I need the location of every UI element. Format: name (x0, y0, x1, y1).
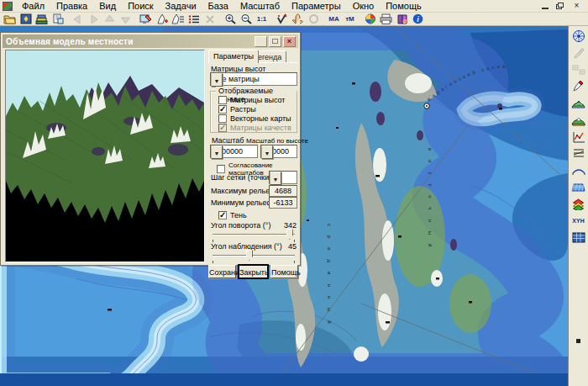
select-objects-icon[interactable] (274, 13, 290, 25)
map-label-ridge-mid: срединный (327, 224, 332, 333)
help-book-icon[interactable]: @ (394, 13, 410, 25)
dialog-minimize-icon[interactable] (255, 36, 267, 47)
pan-icon[interactable] (290, 13, 306, 25)
route-profile-icon[interactable] (570, 145, 587, 161)
run-add-icon[interactable] (154, 13, 170, 25)
down-icon (118, 13, 134, 25)
dialog-titlebar[interactable]: Объемная модель местности × (3, 34, 298, 48)
help-button[interactable]: Помощь (270, 265, 298, 278)
grid-step-label: Шаг сетки (точки) (211, 173, 271, 182)
about-icon[interactable]: i (410, 13, 426, 25)
save-button[interactable]: Сохранить (208, 265, 236, 278)
matrix-icon[interactable] (570, 230, 587, 246)
checkbox-rasters[interactable]: Растры (218, 105, 256, 114)
vscale-label: Масштаб по высоте (246, 137, 308, 145)
relief-min-field: -6133 (269, 197, 297, 209)
terrain-model-a-icon[interactable] (570, 95, 587, 111)
panel-grip[interactable] (576, 339, 580, 343)
zoom-out-icon[interactable] (238, 13, 254, 25)
slider-thumb[interactable] (246, 250, 253, 261)
menu-window[interactable]: Окно (347, 0, 381, 12)
rotate-angle-slider[interactable] (211, 229, 297, 241)
menu-view[interactable]: Вид (93, 0, 122, 12)
menu-search[interactable]: Поиск (122, 0, 159, 12)
scale-combobox[interactable]: 5000000▼ (210, 145, 258, 158)
dialog-close-icon[interactable]: × (283, 36, 296, 47)
chevron-down-icon[interactable]: ▼ (270, 172, 281, 185)
viewpoint-icon[interactable] (570, 28, 587, 44)
application-window: Файл Правка Вид Поиск Задачи База Масшта… (0, 0, 588, 386)
object-list-icon[interactable] (186, 13, 202, 25)
terrain-toolbar: XYH (568, 26, 588, 386)
menu-file[interactable]: Файл (16, 0, 50, 12)
chevron-down-icon[interactable]: ▼ (211, 145, 223, 159)
scale-label: Масштаб (212, 136, 244, 145)
up-icon (102, 13, 118, 25)
find-by-name-icon[interactable]: МА (326, 13, 342, 25)
profile-pen-icon[interactable] (570, 78, 587, 94)
vscale-combobox[interactable]: 200000▼ (260, 145, 297, 158)
dialog-title: Объемная модель местности (3, 37, 134, 46)
terrain-model-b-icon[interactable] (570, 112, 587, 128)
close-button[interactable]: Закрыть (239, 265, 268, 278)
terrain-3d-preview[interactable] (5, 50, 205, 262)
layers-3d-icon[interactable] (570, 196, 587, 212)
grid-step-combobox[interactable]: 20▼ (269, 171, 297, 184)
restore-icon[interactable] (556, 3, 564, 10)
open-site-icon[interactable] (18, 13, 34, 25)
relief-max-field: 4688 (269, 185, 297, 197)
coordinates-xyh-icon[interactable]: XYH (570, 213, 587, 229)
zoom-in-icon[interactable] (222, 13, 238, 25)
checkbox-quality-matrices: Матрицы качеств (218, 124, 291, 132)
refresh-icon (306, 13, 322, 25)
menu-tasks[interactable]: Задачи (160, 0, 202, 12)
app-icon (3, 2, 13, 11)
map-label-ridge-east: восточный (428, 148, 433, 256)
checkbox-height-matrices[interactable]: Матрицы высот (218, 96, 285, 104)
grid-pair-icon (570, 61, 587, 77)
tab-parameters[interactable]: Параметры (208, 50, 259, 63)
close-icon[interactable]: × (571, 2, 582, 11)
documents-icon[interactable] (50, 13, 66, 25)
checkbox-shadow[interactable]: Тень (218, 211, 247, 219)
menu-parameters[interactable]: Параметры (286, 0, 347, 12)
palette-icon[interactable] (362, 13, 378, 25)
menu-help[interactable]: Помощь (380, 0, 428, 12)
mdi-window-controls: × (542, 2, 588, 11)
dig-icon (570, 45, 587, 61)
chevron-down-icon[interactable]: ▼ (211, 73, 223, 87)
dialog-maximize-icon[interactable] (269, 36, 281, 47)
elevation-chart-icon[interactable] (570, 129, 587, 145)
minimize-icon[interactable] (542, 3, 549, 9)
print-icon[interactable] (378, 13, 394, 25)
forward-icon (86, 13, 102, 25)
back-icon (70, 13, 86, 25)
svg-text:@: @ (402, 19, 407, 24)
surface-3d-icon[interactable] (570, 179, 587, 195)
zoom-actual-icon[interactable]: 1:1 (254, 13, 270, 25)
find-object-icon[interactable]: тМ (342, 13, 358, 25)
section-curve-icon[interactable] (570, 162, 587, 178)
terrain-model-dialog: Объемная модель местности × (0, 32, 301, 266)
matrices-combobox[interactable]: Все матрицы▼ (210, 72, 297, 86)
menu-database[interactable]: База (202, 0, 234, 12)
main-toolbar: 1:1 МА тМ @ i (0, 13, 588, 26)
edit-screen-icon[interactable] (138, 13, 154, 25)
menu-edit[interactable]: Правка (50, 0, 93, 12)
checkbox-vector-maps[interactable]: Векторные карты (218, 114, 291, 123)
chevron-down-icon[interactable]: ▼ (261, 145, 273, 159)
view-angle-slider[interactable] (211, 250, 297, 262)
open-map-icon[interactable] (2, 13, 18, 25)
database-icon[interactable] (34, 13, 50, 25)
slider-thumb[interactable] (286, 229, 293, 240)
menu-scale[interactable]: Масштаб (234, 0, 286, 12)
delete-icon (202, 13, 218, 25)
menu-bar: Файл Правка Вид Поиск Задачи База Масшта… (0, 0, 588, 13)
run-list-icon[interactable] (170, 13, 186, 25)
